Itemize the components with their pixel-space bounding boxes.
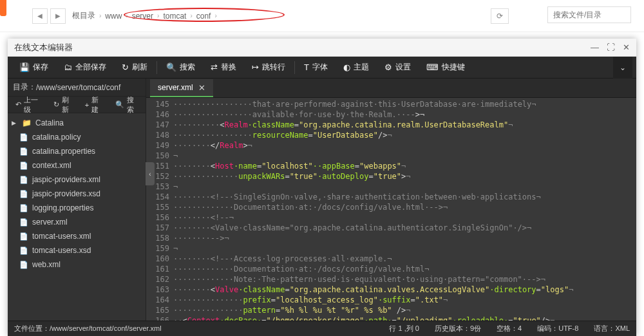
minimize-button[interactable]: — <box>591 42 599 52</box>
breadcrumb-item[interactable]: server <box>132 12 153 21</box>
tree-file[interactable]: 📄context.xml <box>8 158 146 173</box>
code-editor[interactable]: 1451461471481491501511521531541551561571… <box>146 98 636 321</box>
code-line[interactable]: ·················available·for·use·by·th… <box>173 109 636 120</box>
code-line[interactable]: ········<!--·Access·log·processes·all·ex… <box>173 254 636 264</box>
tree-file[interactable]: 📄tomcat-users.xml <box>8 229 146 243</box>
search-input[interactable] <box>547 6 631 23</box>
code-lines[interactable]: ·················that·are·performed·agai… <box>173 98 636 321</box>
breadcrumb-item[interactable]: tomcat <box>163 12 186 21</box>
file-icon: 📄 <box>19 261 28 269</box>
tree-label: web.xml <box>32 260 61 269</box>
tree-label: tomcat-users.xml <box>32 232 91 241</box>
file-icon: 📄 <box>19 204 28 212</box>
save-all-icon: 🗂 <box>64 62 72 72</box>
code-line[interactable]: ··<Context·docBase·="/home/sneaker/image… <box>173 315 636 321</box>
tab-close-button[interactable]: ✕ <box>198 83 205 93</box>
save-all-button[interactable]: 🗂全部保存 <box>56 57 114 79</box>
gutter: 1451461471481491501511521531541551561571… <box>146 98 173 321</box>
code-line[interactable]: ········<Valve·className="org.apache.cat… <box>173 223 636 233</box>
tree-folder[interactable]: ▶📁Catalina <box>8 116 146 130</box>
file-icon: 📄 <box>19 232 28 241</box>
search-button[interactable]: 🔍搜索 <box>110 97 143 113</box>
new-button[interactable]: +新建 <box>80 97 109 113</box>
panel-indicator <box>0 0 6 16</box>
status-encoding[interactable]: 编码：UTF-8 <box>537 324 578 333</box>
code-line[interactable]: ········<Valve·className="org.apache.cat… <box>173 285 636 295</box>
close-button[interactable]: ✕ <box>623 42 630 52</box>
tab-bar: server.xml ✕ <box>146 79 636 98</box>
code-line[interactable]: ··············unpackWARs="true"·autoDepl… <box>173 171 636 182</box>
tree-file[interactable]: 📄catalina.policy <box>8 130 146 144</box>
code-line[interactable]: ¬ <box>173 182 636 192</box>
tree-file[interactable]: 📄server.xml <box>8 215 146 229</box>
file-icon: 📄 <box>19 162 28 170</box>
code-line[interactable]: ········</Realm>¬ <box>173 140 636 151</box>
code-line[interactable]: ·············Note:·The·pattern·used·is·e… <box>173 274 636 285</box>
status-bar: 文件位置：/www/server/tomcat/conf/server.xml … <box>8 321 636 336</box>
sidebar-collapse-handle[interactable]: ‹ <box>146 162 155 185</box>
tree-label: catalina.properties <box>32 147 95 156</box>
editor-toolbar: 💾保存 🗂全部保存 ↻刷新 🔍搜索 ⇄替换 ↦跳转行 T字体 ◐主题 ⚙设置 ⌨… <box>8 57 636 79</box>
replace-button[interactable]: ⇄替换 <box>203 57 244 79</box>
status-path: 文件位置：/www/server/tomcat/conf/server.xml <box>14 324 162 333</box>
code-line[interactable]: ········<Host·name="localhost"··appBase=… <box>173 161 636 171</box>
save-icon: 💾 <box>19 62 30 72</box>
maximize-button[interactable]: ⛶ <box>607 42 615 52</box>
refresh-button[interactable]: ↻刷新 <box>48 97 79 113</box>
code-line[interactable]: ··········<Realm·className="org.apache.c… <box>173 120 636 130</box>
replace-icon: ⇄ <box>211 62 218 72</box>
code-line[interactable]: ·············Documentation·at:·/docs/con… <box>173 202 636 212</box>
gear-icon: ⚙ <box>384 62 392 72</box>
nav-forward-button[interactable]: ▶ <box>50 8 66 24</box>
nav-back-button[interactable]: ◀ <box>32 8 48 24</box>
tree-file[interactable]: 📄jaspic-providers.xml <box>8 173 146 187</box>
refresh-button[interactable]: ↻刷新 <box>114 57 155 79</box>
code-line[interactable]: ¬ <box>173 243 636 254</box>
file-browser-bar: ◀ ▶ 根目录› www› server› tomcat› conf› ⟳ <box>0 0 644 32</box>
breadcrumb-item[interactable]: 根目录 <box>72 10 95 21</box>
code-line[interactable]: ·················resourceName="UserDatab… <box>173 130 636 140</box>
file-icon: 📄 <box>19 176 28 184</box>
up-button[interactable]: ↶上一级 <box>10 97 47 113</box>
code-line[interactable]: ········<!--¬ <box>173 212 636 223</box>
sidebar-path: 目录：/www/server/tomcat/conf <box>8 79 146 97</box>
theme-button[interactable]: ◐主题 <box>336 57 377 79</box>
tree-file[interactable]: 📄catalina.properties <box>8 144 146 158</box>
shortcut-button[interactable]: ⌨快捷键 <box>419 57 473 79</box>
tree-file[interactable]: 📄web.xml <box>8 257 146 272</box>
breadcrumb-item[interactable]: conf <box>196 12 211 21</box>
tree-label: jaspic-providers.xsd <box>32 189 100 198</box>
editor-window: 在线文本编辑器 — ⛶ ✕ 💾保存 🗂全部保存 ↻刷新 🔍搜索 ⇄替换 ↦跳转行… <box>8 39 636 336</box>
save-button[interactable]: 💾保存 <box>12 57 56 79</box>
keyboard-icon: ⌨ <box>426 62 439 72</box>
tree-label: Catalina <box>35 118 64 127</box>
search-button[interactable]: 🔍搜索 <box>158 57 203 79</box>
refresh-button[interactable]: ⟳ <box>491 8 509 24</box>
breadcrumb-item[interactable]: www <box>105 12 122 21</box>
toolbar-expand-button[interactable]: ⌄ <box>613 57 632 79</box>
status-history[interactable]: 历史版本：9份 <box>435 324 481 333</box>
font-button[interactable]: T字体 <box>296 57 336 79</box>
code-line[interactable]: ···············pattern="%h %l %u %t "%r"… <box>173 305 636 315</box>
font-icon: T <box>304 62 309 72</box>
sidebar-toolbar: ↶上一级 ↻刷新 +新建 🔍搜索 <box>8 97 146 113</box>
goto-button[interactable]: ↦跳转行 <box>244 57 293 79</box>
tree-file[interactable]: 📄tomcat-users.xsd <box>8 243 146 257</box>
status-lang[interactable]: 语言：XML <box>594 324 630 333</box>
status-space[interactable]: 空格：4 <box>497 324 522 333</box>
code-line[interactable]: ········-->¬ <box>173 233 636 243</box>
file-tab[interactable]: server.xml ✕ <box>150 79 213 97</box>
sidebar: 目录：/www/server/tomcat/conf ↶上一级 ↻刷新 +新建 … <box>8 79 146 321</box>
file-icon: 📄 <box>19 147 28 156</box>
code-line[interactable]: ·············Documentation·at:·/docs/con… <box>173 264 636 274</box>
code-line[interactable]: ¬ <box>173 151 636 161</box>
tree-label: context.xml <box>32 161 71 170</box>
code-line[interactable]: ········<!--·SingleSignOn·valve,·share·a… <box>173 192 636 202</box>
tree-file[interactable]: 📄logging.properties <box>8 201 146 215</box>
search-icon: 🔍 <box>115 100 124 109</box>
code-line[interactable]: ·················that·are·performed·agai… <box>173 99 636 109</box>
code-line[interactable]: ···············prefix="localhost_access_… <box>173 295 636 305</box>
tree-file[interactable]: 📄jaspic-providers.xsd <box>8 187 146 201</box>
file-icon: 📄 <box>19 218 28 227</box>
settings-button[interactable]: ⚙设置 <box>377 57 419 79</box>
